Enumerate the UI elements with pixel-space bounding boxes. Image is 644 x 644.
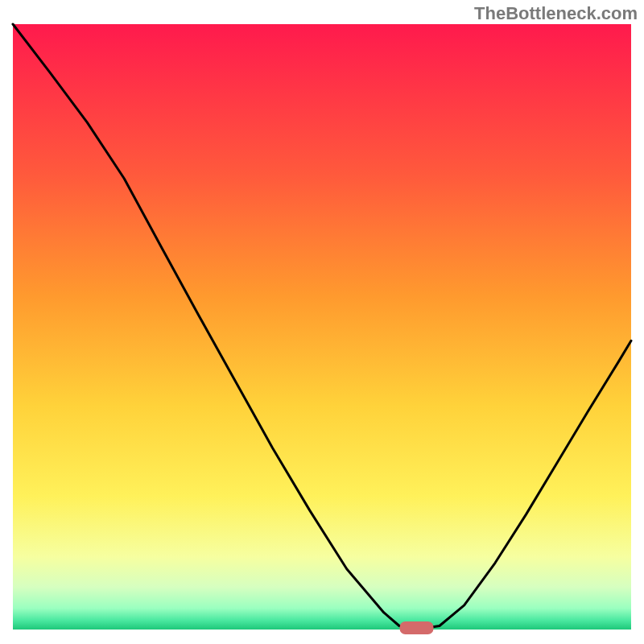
optimal-marker (400, 621, 434, 634)
plot-background (13, 24, 631, 630)
watermark-text: TheBottleneck.com (474, 3, 638, 24)
chart-svg (0, 0, 644, 644)
bottleneck-chart: TheBottleneck.com (0, 0, 644, 644)
